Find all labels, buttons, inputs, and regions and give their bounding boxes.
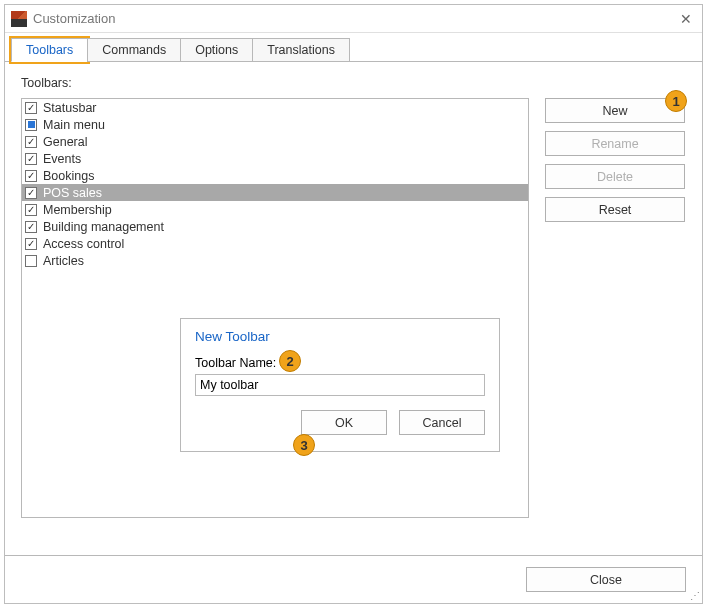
toolbar-name-label: Toolbar Name: [195, 356, 485, 370]
checkbox-icon[interactable] [25, 238, 37, 250]
checkbox-icon[interactable] [25, 221, 37, 233]
close-button[interactable]: Close [526, 567, 686, 592]
list-item-label: Events [43, 152, 81, 166]
dialog-title: New Toolbar [195, 329, 485, 344]
titlebar: Customization ✕ [5, 5, 702, 33]
list-item[interactable]: Building management [22, 218, 528, 235]
checkbox-icon[interactable] [25, 136, 37, 148]
list-item[interactable]: Main menu [22, 116, 528, 133]
list-item[interactable]: Bookings [22, 167, 528, 184]
checkbox-icon[interactable] [25, 255, 37, 267]
resize-gripper-icon[interactable]: ⋰ [690, 591, 700, 601]
list-item-label: Statusbar [43, 101, 97, 115]
close-icon[interactable]: ✕ [676, 11, 696, 27]
ok-button[interactable]: OK [301, 410, 387, 435]
list-item-label: Membership [43, 203, 112, 217]
reset-button[interactable]: Reset [545, 197, 685, 222]
list-item[interactable]: POS sales [22, 184, 528, 201]
side-buttons: New 1 Rename Delete Reset [545, 98, 685, 222]
tab-translations[interactable]: Translations [252, 38, 350, 62]
list-item[interactable]: Membership [22, 201, 528, 218]
list-item-label: POS sales [43, 186, 102, 200]
checkbox-icon[interactable] [25, 170, 37, 182]
toolbars-pane: Toolbars: StatusbarMain menuGeneralEvent… [5, 62, 702, 554]
list-item[interactable]: Events [22, 150, 528, 167]
window-title: Customization [33, 11, 676, 26]
list-item-label: Main menu [43, 118, 105, 132]
app-icon [11, 11, 27, 27]
checkbox-icon[interactable] [25, 204, 37, 216]
list-item-label: Access control [43, 237, 124, 251]
checkbox-icon[interactable] [25, 187, 37, 199]
list-item-label: Articles [43, 254, 84, 268]
dialog-footer: Close [5, 555, 702, 603]
checkbox-icon[interactable] [25, 153, 37, 165]
tab-toolbars[interactable]: Toolbars [11, 38, 88, 62]
toolbars-listbox[interactable]: StatusbarMain menuGeneralEventsBookingsP… [21, 98, 529, 518]
list-item-label: Bookings [43, 169, 94, 183]
tab-commands[interactable]: Commands [87, 38, 181, 62]
callout-1: 1 [665, 90, 687, 112]
checkbox-icon[interactable] [25, 119, 37, 131]
section-label: Toolbars: [21, 76, 686, 90]
list-item[interactable]: Statusbar [22, 99, 528, 116]
toolbar-name-input[interactable] [195, 374, 485, 396]
new-button[interactable]: New [545, 98, 685, 123]
customization-window: Customization ✕ ToolbarsCommandsOptionsT… [4, 4, 703, 604]
callout-3: 3 [293, 434, 315, 456]
list-item[interactable]: Access control [22, 235, 528, 252]
list-item[interactable]: Articles [22, 252, 528, 269]
list-item-label: Building management [43, 220, 164, 234]
tab-options[interactable]: Options [180, 38, 253, 62]
new-toolbar-dialog: New Toolbar Toolbar Name: 2 OK Cancel 3 [180, 318, 500, 452]
rename-button: Rename [545, 131, 685, 156]
delete-button: Delete [545, 164, 685, 189]
tab-strip: ToolbarsCommandsOptionsTranslations [5, 33, 702, 62]
callout-2: 2 [279, 350, 301, 372]
checkbox-icon[interactable] [25, 102, 37, 114]
list-item-label: General [43, 135, 87, 149]
list-item[interactable]: General [22, 133, 528, 150]
cancel-button[interactable]: Cancel [399, 410, 485, 435]
